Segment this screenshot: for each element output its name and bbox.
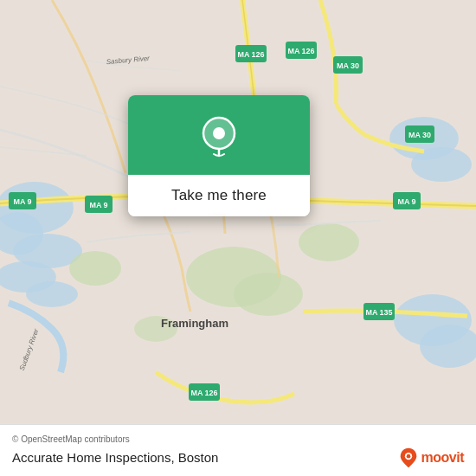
location-popup: Take me there — [128, 95, 310, 216]
svg-point-38 — [213, 127, 225, 139]
svg-text:MA 126: MA 126 — [287, 47, 314, 55]
svg-point-10 — [69, 251, 121, 286]
moovit-logo: moovit — [399, 447, 464, 469]
svg-text:MA 126: MA 126 — [237, 50, 264, 59]
svg-point-40 — [406, 453, 410, 458]
svg-point-5 — [26, 281, 78, 307]
svg-text:MA 9: MA 9 — [13, 197, 31, 206]
svg-text:MA 126: MA 126 — [190, 389, 217, 397]
location-pin-icon — [200, 114, 238, 159]
map-attribution: © OpenStreetMap contributors — [12, 434, 464, 444]
moovit-brand-text: moovit — [421, 450, 464, 466]
map-container: MA 126 MA 126 MA 30 MA 30 MA 9 MA 9 MA 9… — [0, 0, 476, 424]
svg-text:MA 135: MA 135 — [365, 308, 392, 317]
svg-text:MA 9: MA 9 — [397, 197, 415, 206]
take-me-there-button[interactable]: Take me there — [128, 175, 310, 216]
svg-text:MA 30: MA 30 — [408, 131, 431, 139]
moovit-pin-icon — [399, 447, 418, 469]
svg-point-12 — [234, 273, 303, 316]
svg-text:MA 30: MA 30 — [337, 61, 359, 70]
svg-text:MA 9: MA 9 — [89, 201, 107, 209]
bottom-info-row: Accurate Home Inspections, Boston moovit — [12, 447, 464, 469]
svg-text:Framingham: Framingham — [161, 317, 228, 330]
popup-header — [128, 95, 310, 175]
svg-point-13 — [299, 223, 359, 261]
bottom-bar: © OpenStreetMap contributors Accurate Ho… — [0, 424, 476, 476]
business-name: Accurate Home Inspections, Boston — [12, 450, 218, 465]
